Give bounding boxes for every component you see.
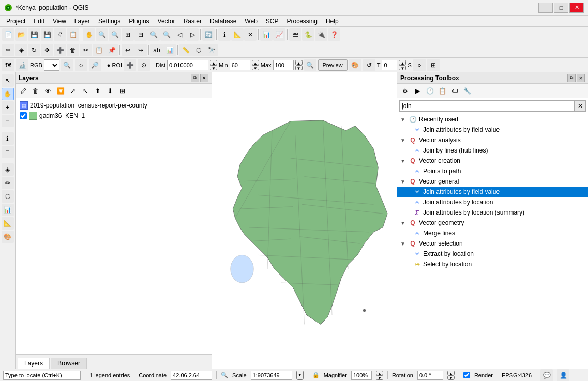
grid-btn[interactable]: ⊞ [427,59,440,71]
move-up-btn[interactable]: ⬆ [92,85,103,97]
min-down[interactable]: ▼ [252,65,259,70]
item-join-field-value-recent[interactable]: ✳ Join attributes by field value [397,125,588,135]
item-points-to-path[interactable]: ✳ Points to path [397,166,588,176]
item-join-hub-lines[interactable]: ✳ Join by lines (hub lines) [397,145,588,156]
edit-node-btn[interactable]: ◈ [15,44,27,56]
attribute-table2-btn[interactable]: 📊 [2,204,14,216]
menu-vector[interactable]: Vector [154,16,179,26]
select-rect-btn[interactable]: □ [2,146,14,158]
scp-btn5[interactable]: 🔎 [89,59,101,71]
help-btn[interactable]: ❓ [328,28,340,41]
menu-scp[interactable]: SCP [262,16,283,26]
menu-layer[interactable]: Layer [70,16,94,26]
add-feature2-btn[interactable]: ⬡ [2,190,14,203]
print-composer-btn[interactable]: 📋 [67,28,79,41]
min-up[interactable]: ▲ [252,60,259,65]
edit-pencil-btn[interactable]: ✏ [2,44,14,56]
edit-delete-btn[interactable]: 🗑 [67,44,79,56]
toolbox-history-btn[interactable]: 🕐 [424,85,435,97]
rotation-input[interactable] [417,371,443,380]
preview-search-btn[interactable]: 🔍 [304,59,316,71]
edit-move-btn[interactable]: ✥ [41,44,53,56]
dist-down[interactable]: ▼ [210,65,217,70]
zoom-selection-btn[interactable]: 🔍 [147,28,160,41]
item-join-by-location[interactable]: ✳ Join attributes by location [397,197,588,207]
group-vector-general-header[interactable]: ▼ Q Vector general [397,176,588,187]
move-down-btn[interactable]: ⬇ [104,85,116,97]
menu-web[interactable]: Web [240,16,261,26]
toolbox-run-btn[interactable]: ▶ [412,85,423,97]
bearing-btn[interactable]: 🔭 [205,44,218,56]
layer-group-btn[interactable]: ⊞ [117,85,128,97]
pan-btn[interactable]: ✋ [2,88,14,100]
render-checkbox[interactable] [463,372,470,378]
reset-btn[interactable]: ↺ [363,59,375,71]
measure2-btn[interactable]: 📐 [2,217,14,230]
measure-btn[interactable]: 📏 [179,44,192,56]
rgb-select[interactable]: - [44,59,59,71]
panel-float-btn[interactable]: ⧉ [191,74,199,82]
layer-style-btn[interactable]: 🎨 [2,231,14,243]
edit-paste-btn[interactable]: 📌 [105,44,118,56]
new-project-btn[interactable]: 📄 [2,28,14,41]
vertex-tool-btn[interactable]: ◈ [2,163,14,176]
menu-plugins[interactable]: Plugins [125,16,153,26]
layer-item-census[interactable]: ▤ 2019-population_census-report-per-coun… [18,100,209,111]
log-btn[interactable]: 👤 [557,369,569,382]
group-vector-geometry-header[interactable]: ▼ Q Vector geometry [397,218,588,228]
max-input[interactable] [273,60,294,70]
t-input[interactable] [382,60,397,70]
item-select-by-location[interactable]: 🗁 Select by location [397,259,588,269]
refresh-btn[interactable]: 🔄 [202,28,215,41]
zoom-actual-btn[interactable]: 🔍 [160,28,173,41]
scale-input[interactable] [251,371,292,380]
edit-add-feature-btn[interactable]: ➕ [54,44,66,56]
statistics-btn[interactable]: 📈 [273,28,285,41]
zoom-prev-btn[interactable]: ◁ [173,28,186,41]
item-merge-lines[interactable]: ✳ Merge lines [397,228,588,238]
group-vector-analysis-header[interactable]: ▼ Q Vector analysis [397,135,588,145]
select-btn[interactable]: 📐 [231,28,244,41]
zoom-next-btn[interactable]: ▷ [186,28,199,41]
attribute-table-btn[interactable]: 📊 [260,28,273,41]
panel-close-btn[interactable]: ✕ [200,74,208,82]
map-canvas[interactable] [212,72,397,369]
rot-down[interactable]: ▼ [447,375,455,380]
maximize-button[interactable]: □ [554,3,568,13]
collapse-all-btn[interactable]: ⤡ [80,85,91,97]
area-btn[interactable]: ⬡ [192,44,205,56]
tab-layers[interactable]: Layers [18,358,50,369]
identify-btn[interactable]: ℹ [218,28,231,41]
remove-layer-btn[interactable]: 🗑 [30,85,41,97]
layer-checkbox-gadm[interactable] [20,112,27,119]
item-join-field-value-general[interactable]: ✳ Join attributes by field value [397,187,588,197]
redo-btn[interactable]: ↪ [134,44,147,56]
mag-down[interactable]: ▼ [376,375,383,380]
epsg-badge[interactable]: EPSG:4326 [502,372,532,378]
menu-raster[interactable]: Raster [179,16,206,26]
t-up[interactable]: ▲ [399,60,406,65]
toolbox-results-btn[interactable]: 📋 [436,85,448,97]
color-btn[interactable]: 🎨 [349,59,361,71]
close-button[interactable]: ✕ [569,3,584,13]
edit-cut-btn[interactable]: ✂ [80,44,92,56]
deselect-btn[interactable]: ✕ [244,28,257,41]
item-join-by-location-summary[interactable]: Σ Join attributes by location (summary) [397,207,588,218]
coordinate-input[interactable] [171,371,212,380]
toolbox-help-btn[interactable]: 🔧 [461,85,473,97]
group-vector-creation-header[interactable]: ▼ Q Vector creation [397,156,588,166]
zoom-layer-btn[interactable]: ⊟ [134,28,147,41]
zoom-out-map-btn[interactable]: − [2,115,14,127]
item-extract-by-location[interactable]: ✳ Extract by location [397,249,588,259]
messages-btn[interactable]: 💬 [540,369,553,382]
rot-up[interactable]: ▲ [447,371,455,375]
select-feature-btn[interactable]: ↖ [2,74,14,87]
open-project-btn[interactable]: 📂 [15,28,27,41]
mag-up[interactable]: ▲ [376,371,383,375]
toolbox-search-input[interactable] [399,100,575,112]
locate-input[interactable] [3,371,81,380]
diagram-btn[interactable]: 📊 [163,44,176,56]
more-btn[interactable]: » [413,59,426,71]
roi-plus-btn[interactable]: ➕ [124,59,136,71]
roi-btn[interactable]: ⊙ [138,59,150,71]
